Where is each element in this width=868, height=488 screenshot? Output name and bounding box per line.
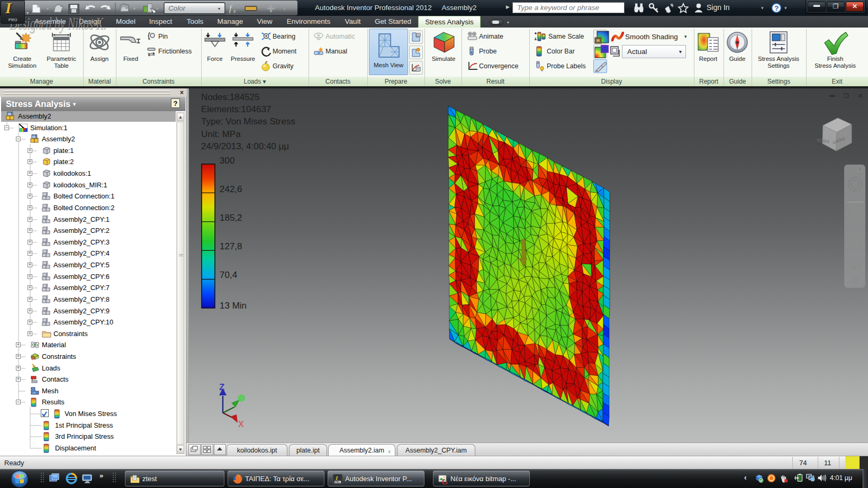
svg-text:X: X [238,420,244,429]
svg-text:▾: ▾ [156,6,158,11]
svg-text:▾: ▾ [218,6,220,11]
svg-text:?: ? [774,4,779,12]
svg-text:▾: ▾ [761,5,764,11]
svg-text:▾: ▾ [283,6,286,12]
svg-text:Sign In: Sign In [707,3,730,12]
svg-text:▾: ▾ [133,6,135,11]
svg-text:Color: Color [168,4,186,12]
svg-text:Z: Z [219,384,224,392]
svg-text:▾: ▾ [259,6,261,11]
svg-text:▾: ▾ [47,6,49,11]
svg-text:x: x [233,8,236,14]
svg-text:▾: ▾ [784,5,787,11]
svg-text:PRO: PRO [335,481,340,483]
svg-text:f: f [229,4,233,13]
